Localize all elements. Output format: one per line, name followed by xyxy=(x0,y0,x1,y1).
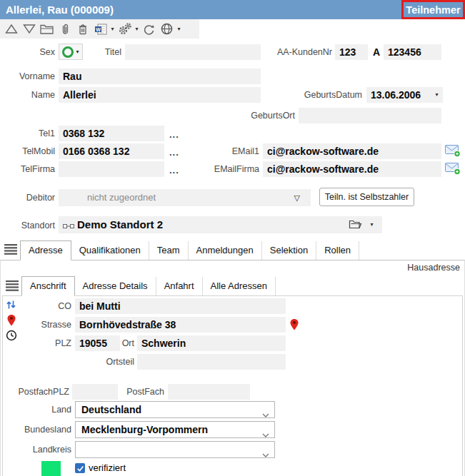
debitor-label: Debitor xyxy=(0,190,55,206)
postfachplz-label: PostfachPLZ xyxy=(4,384,69,400)
subtab-adresse-details[interactable]: Adresse Details xyxy=(75,277,156,295)
telfirma-input[interactable] xyxy=(59,161,164,177)
nav-down-icon[interactable] xyxy=(20,20,38,38)
web-icon[interactable] xyxy=(158,20,176,38)
tab-selektion[interactable]: Selektion xyxy=(262,241,316,260)
map-pin-icon[interactable] xyxy=(6,314,16,330)
teilnehmer-badge: Teilnehmer xyxy=(401,0,465,19)
standort-open-icon[interactable] xyxy=(349,219,362,233)
emailfirma-label: EMailFirma xyxy=(202,161,259,177)
standort-link-icon xyxy=(63,221,74,233)
land-select[interactable]: Deutschland xyxy=(75,401,275,418)
name-label: Name xyxy=(0,87,55,103)
vorname-label: Vorname xyxy=(0,69,55,84)
send-email1-icon[interactable] xyxy=(445,144,461,161)
land-chevron-icon xyxy=(262,407,269,420)
debitor-combobox[interactable]: nicht zugeordnet ▽ xyxy=(59,189,311,206)
standort-dropdown-icon[interactable]: ▾ xyxy=(369,221,375,228)
landkreis-label: Landkreis xyxy=(13,442,71,457)
standort-field[interactable]: Demo Standort 2 ▾ xyxy=(59,216,382,233)
telfirma-label: TelFirma xyxy=(0,161,55,177)
geburtsdatum-input[interactable]: 13.06.2006 xyxy=(366,87,443,103)
bundesland-select[interactable]: Mecklenburg-Vorpommern xyxy=(75,421,275,438)
sex-label: Sex xyxy=(0,44,55,60)
ortsteil-input[interactable] xyxy=(137,354,286,370)
verifiziert-checkbox[interactable] xyxy=(75,463,85,473)
word-export-icon[interactable]: W xyxy=(91,20,109,38)
strasse-map-pin-icon[interactable] xyxy=(289,318,299,334)
email1-input[interactable]: ci@rackow-software.de xyxy=(263,143,441,159)
date-dropdown-icon[interactable]: ▾ xyxy=(434,91,440,98)
address-type-label: Hausadresse xyxy=(407,263,460,273)
standort-value: Demo Standort 2 xyxy=(77,216,163,233)
history-clock-icon[interactable] xyxy=(6,330,17,344)
teilnehmer-badge-label: Teilnehmer xyxy=(406,4,460,16)
subtab-menu-icon[interactable] xyxy=(6,280,19,294)
delete-icon[interactable] xyxy=(74,20,91,38)
postfach-label: PostFach xyxy=(109,384,164,400)
aa-kundennr-label: AA-KundenNr xyxy=(254,44,332,60)
open-folder-icon[interactable] xyxy=(38,20,56,38)
bundesland-chevron-icon xyxy=(262,427,269,440)
send-emailfirma-icon[interactable] xyxy=(445,162,461,178)
toolbar: W ▾ ▾ ▾ xyxy=(0,19,199,39)
ort-input[interactable]: Schwerin xyxy=(137,335,286,351)
strasse-label: Strasse xyxy=(21,317,71,333)
settings-icon[interactable] xyxy=(116,20,134,38)
nav-up-icon[interactable] xyxy=(2,20,20,38)
bundesland-label: Bundesland xyxy=(13,422,71,437)
settings-dropdown-icon[interactable]: ▾ xyxy=(134,26,140,32)
tab-anmeldungen[interactable]: Anmeldungen xyxy=(189,241,262,260)
attachment-icon[interactable] xyxy=(56,20,74,38)
plz-label: PLZ xyxy=(21,335,71,351)
titlebar: Allerlei, Rau (000009) Teilnehmer xyxy=(0,0,465,19)
subtab-alle-adressen[interactable]: Alle Adressen xyxy=(203,277,276,295)
geburtsdatum-label: GeburtsDatum xyxy=(286,87,362,103)
land-label: Land xyxy=(21,402,71,417)
ortsteil-label: Ortsteil xyxy=(79,354,134,370)
tab-menu-icon[interactable] xyxy=(4,244,17,258)
name-input[interactable]: Allerlei xyxy=(59,87,261,103)
subtab-anschrift[interactable]: Anschrift xyxy=(21,276,75,296)
sync-address-icon[interactable] xyxy=(6,299,16,313)
debitor-placeholder: nicht zugeordnet xyxy=(87,189,156,206)
tel1-input[interactable]: 0368 132 xyxy=(59,126,164,141)
web-dropdown-icon[interactable]: ▾ xyxy=(176,26,182,32)
refresh-icon[interactable] xyxy=(140,20,158,38)
aa-kundennr-part1-input[interactable]: 123 xyxy=(335,44,368,60)
strasse-input[interactable]: Bornhövedstraße 38 xyxy=(75,317,286,333)
telfirma-more-button[interactable]: ... xyxy=(169,165,179,176)
titel-input[interactable] xyxy=(125,44,261,60)
svg-text:W: W xyxy=(96,26,101,31)
telmobil-more-button[interactable]: ... xyxy=(169,147,179,158)
vorname-input[interactable]: Rau xyxy=(59,69,261,84)
emailfirma-input[interactable]: ci@rackow-software.de xyxy=(263,161,441,177)
landkreis-select[interactable] xyxy=(75,441,275,458)
landkreis-chevron-icon xyxy=(262,447,269,460)
telmobil-label: TelMobil xyxy=(0,143,55,159)
tab-team[interactable]: Team xyxy=(149,241,189,260)
verifiziert-label: verifiziert xyxy=(89,461,126,475)
tab-rollen[interactable]: Rollen xyxy=(316,241,359,260)
combobox-dropdown-icon: ▽ xyxy=(294,189,300,206)
tel1-more-button[interactable]: ... xyxy=(169,129,179,140)
teilnehmer-window: Allerlei, Rau (000009) Teilnehmer W ▾ ▾ … xyxy=(0,0,465,476)
postfach-input[interactable] xyxy=(168,384,250,400)
tel1-label: Tel1 xyxy=(0,126,55,141)
geburtsort-input[interactable] xyxy=(299,108,441,123)
co-input[interactable]: bei Mutti xyxy=(75,298,286,314)
email1-label: EMail1 xyxy=(209,143,259,159)
telmobil-input[interactable]: 0166 0368 132 xyxy=(59,143,164,159)
geburtsort-label: GeburtsOrt xyxy=(245,108,295,123)
aa-kundennr-separator: A xyxy=(371,44,381,60)
tab-qualifikationen[interactable]: Qualifikationen xyxy=(71,241,149,260)
titel-label: Titel xyxy=(71,44,121,60)
subtab-anfahrt[interactable]: Anfahrt xyxy=(156,277,203,295)
sub-tabbar: Anschrift Adresse Details Anfahrt Alle A… xyxy=(21,277,276,295)
co-label: CO xyxy=(21,298,71,314)
ort-label: Ort xyxy=(107,335,134,351)
selbstzahler-button[interactable]: Teiln. ist Selbstzahler xyxy=(319,188,414,206)
tab-adresse[interactable]: Adresse xyxy=(20,240,71,260)
aa-kundennr-part2-input[interactable]: 123456 xyxy=(384,44,441,60)
word-export-dropdown-icon[interactable]: ▾ xyxy=(109,26,116,32)
